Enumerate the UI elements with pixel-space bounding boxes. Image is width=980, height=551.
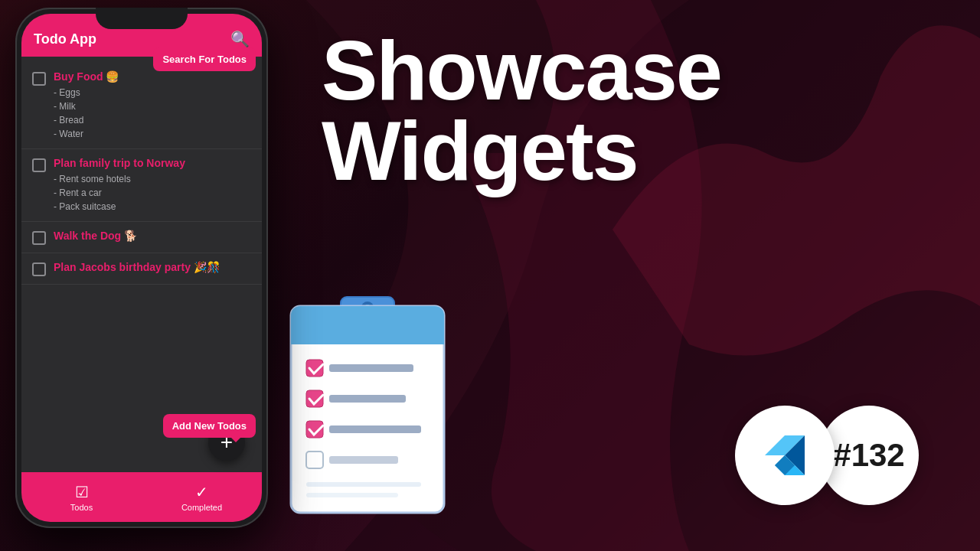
completed-nav-icon: ✓	[195, 483, 208, 501]
todo-list: Buy Food 🍔 - Eggs- Milk- Bread- Water Pl…	[21, 57, 262, 472]
svg-rect-13	[329, 456, 398, 464]
showcase-title: Showcase Widgets	[322, 31, 721, 191]
todo-title: Plan Jacobs birthday party 🎉🎊	[54, 261, 251, 273]
todo-title: Plan family trip to Norway	[54, 157, 251, 169]
todo-detail: - Rent some hotels- Rent a car- Pack sui…	[54, 172, 251, 214]
todos-nav-icon: ☑	[75, 483, 89, 501]
nav-completed[interactable]: ✓ Completed	[142, 483, 262, 512]
phone-notch	[96, 8, 188, 29]
todo-item: Plan Jacobs birthday party 🎉🎊	[21, 253, 262, 285]
todos-nav-label: Todos	[70, 503, 93, 512]
clipboard-illustration	[268, 291, 467, 528]
svg-rect-15	[306, 493, 398, 497]
search-tooltip: Search For Todos	[153, 47, 256, 71]
phone-screen: Todo App 🔍 Search For Todos Buy Food 🍔 -…	[21, 14, 262, 522]
svg-rect-12	[306, 452, 323, 468]
todo-content: Plan Jacobs birthday party 🎉🎊	[54, 261, 251, 276]
title-line2: Widgets	[322, 103, 638, 197]
todo-content: Walk the Dog 🐕	[54, 230, 251, 245]
svg-rect-9	[329, 395, 406, 403]
svg-rect-14	[306, 482, 421, 487]
todo-content: Plan family trip to Norway - Rent some h…	[54, 157, 251, 214]
todo-detail: - Eggs- Milk- Bread- Water	[54, 86, 251, 141]
add-tooltip: Add New Todos	[163, 414, 256, 438]
todo-checkbox[interactable]	[32, 231, 46, 245]
todo-item: Plan family trip to Norway - Rent some h…	[21, 149, 262, 222]
todo-checkbox[interactable]	[32, 262, 46, 276]
svg-rect-5	[291, 329, 444, 344]
phone-mockup: Todo App 🔍 Search For Todos Buy Food 🍔 -…	[15, 8, 268, 528]
bottom-nav: ☑ Todos ✓ Completed	[21, 472, 262, 522]
svg-rect-7	[329, 364, 413, 372]
todo-item: Walk the Dog 🐕	[21, 222, 262, 253]
phone-frame: Todo App 🔍 Search For Todos Buy Food 🍔 -…	[15, 8, 268, 528]
todo-title: Buy Food 🍔	[54, 70, 251, 83]
todo-item: Buy Food 🍔 - Eggs- Milk- Bread- Water	[21, 63, 262, 149]
todo-checkbox[interactable]	[32, 158, 46, 172]
nav-todos[interactable]: ☑ Todos	[21, 483, 142, 512]
flutter-badge	[735, 406, 835, 505]
badges-area: #132	[735, 406, 919, 505]
todo-content: Buy Food 🍔 - Eggs- Milk- Bread- Water	[54, 70, 251, 141]
search-tooltip-text: Search For Todos	[162, 54, 247, 65]
app-bar-title: Todo App	[34, 31, 96, 47]
badge-number-text: #132	[833, 437, 904, 474]
completed-nav-label: Completed	[181, 503, 222, 512]
svg-rect-11	[329, 425, 421, 433]
add-tooltip-text: Add New Todos	[172, 420, 247, 432]
todo-checkbox[interactable]	[32, 72, 46, 86]
todo-title: Walk the Dog 🐕	[54, 230, 251, 242]
